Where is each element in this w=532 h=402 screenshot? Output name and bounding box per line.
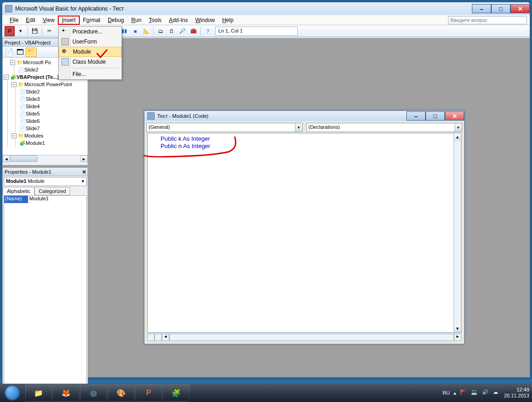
- tab-alphabetic[interactable]: Alphabetic: [3, 187, 34, 195]
- cut-button[interactable]: ✂: [44, 26, 54, 36]
- menu-item-module[interactable]: ✿Module: [59, 47, 122, 57]
- code-bottom-bar: ◄ ►: [147, 334, 461, 341]
- reset-button[interactable]: ■: [130, 26, 140, 36]
- properties-grid[interactable]: (Name) Module1: [4, 195, 87, 402]
- code-maximize-button[interactable]: □: [426, 111, 445, 121]
- tab-categorized[interactable]: Categorized: [34, 187, 70, 195]
- code-titlebar[interactable]: Тест - Module1 (Code) – □ ✕: [144, 111, 464, 121]
- help-search-input[interactable]: [448, 16, 527, 24]
- code-editor[interactable]: Public k As Integer Public n As Integer …: [147, 133, 461, 333]
- menu-edit[interactable]: Edit: [22, 16, 39, 24]
- toggle-folders-button[interactable]: 📁: [26, 48, 37, 57]
- start-button[interactable]: [0, 384, 25, 402]
- insert-dropdown: ✦Procedure... UserForm ✿Module Class Mod…: [58, 26, 122, 80]
- cursor-position: Ln 1, Col 1: [215, 27, 298, 36]
- save-button[interactable]: 💾: [30, 26, 40, 36]
- close-properties-button[interactable]: ✕: [80, 168, 88, 176]
- code-hscroll[interactable]: [169, 334, 454, 341]
- tray-network-icon[interactable]: 💻: [471, 389, 478, 396]
- window-controls: – □ ✕: [472, 4, 530, 13]
- windows-taskbar: 📁 🦊 ◎ 🎨 P 🧩 RU ▴ 🚩 💻 🔊 ☁ 12:49 20.11.201…: [0, 384, 532, 402]
- full-module-view-button[interactable]: [155, 334, 162, 341]
- menu-debug[interactable]: Debug: [104, 16, 127, 24]
- show-hidden-icons[interactable]: ▴: [454, 390, 456, 396]
- tray-flag-icon[interactable]: 🚩: [460, 389, 467, 396]
- menu-item-class-module[interactable]: Class Module: [59, 57, 122, 67]
- task-powerpoint[interactable]: P: [135, 384, 162, 402]
- property-row: (Name) Module1: [4, 196, 86, 203]
- toolbox-button[interactable]: 🧰: [188, 26, 199, 36]
- menu-format[interactable]: Format: [79, 16, 104, 24]
- menu-bar: File Edit View Insert ✦Procedure... User…: [2, 15, 530, 25]
- menu-run[interactable]: Run: [127, 16, 145, 24]
- module-icon: ✿: [62, 48, 69, 55]
- menu-item-procedure[interactable]: ✦Procedure...: [59, 27, 122, 37]
- menu-view[interactable]: View: [39, 16, 58, 24]
- view-code-button[interactable]: 📄: [4, 48, 15, 57]
- tray-cloud-icon[interactable]: ☁: [493, 389, 500, 396]
- view-powerpoint-button[interactable]: P: [5, 26, 15, 36]
- class-module-icon: [61, 58, 69, 66]
- properties-button[interactable]: 🗒: [166, 26, 177, 36]
- view-object-button[interactable]: 🗔: [15, 48, 26, 57]
- code-window-title: Тест - Module1 (Code): [157, 113, 208, 119]
- menu-item-file[interactable]: File...: [59, 69, 122, 79]
- project-explorer-button[interactable]: 🗂: [155, 26, 166, 36]
- mdi-client: Project - VBAProject ✕ 📄 🗔 📁 −📁 Microsof…: [2, 38, 530, 377]
- tray-volume-icon[interactable]: 🔊: [482, 389, 489, 396]
- procedure-view-button[interactable]: [147, 334, 155, 341]
- help-button[interactable]: ?: [203, 26, 213, 36]
- code-close-button[interactable]: ✕: [445, 111, 464, 121]
- menu-insert[interactable]: Insert ✦Procedure... UserForm ✿Module Cl…: [58, 16, 79, 24]
- insert-dropdown-button[interactable]: ▾: [16, 26, 26, 36]
- properties-title: Properties - Module1 ✕: [3, 168, 88, 176]
- property-value[interactable]: Module1: [28, 196, 86, 203]
- object-combo[interactable]: (General)▾: [146, 123, 303, 132]
- task-explorer[interactable]: 📁: [25, 384, 52, 402]
- userform-icon: [61, 38, 69, 45]
- property-name: (Name): [4, 196, 28, 203]
- minimize-button[interactable]: –: [472, 4, 491, 13]
- menu-addins[interactable]: Add-Ins: [165, 16, 191, 24]
- menu-file[interactable]: File: [6, 16, 22, 24]
- properties-pane: Properties - Module1 ✕ Module1 Module ▾ …: [2, 167, 88, 402]
- procedure-icon: ✦: [61, 28, 69, 35]
- object-browser-button[interactable]: 🔎: [177, 26, 188, 36]
- task-paint[interactable]: 🎨: [108, 384, 134, 402]
- maximize-button[interactable]: □: [491, 4, 510, 13]
- task-app1[interactable]: ◎: [80, 384, 107, 402]
- task-app2[interactable]: 🧩: [163, 384, 189, 402]
- app-icon: [5, 5, 12, 12]
- menu-item-userform[interactable]: UserForm: [59, 37, 122, 47]
- design-mode-button[interactable]: 📐: [141, 26, 151, 36]
- close-button[interactable]: ✕: [510, 4, 530, 13]
- procedure-combo[interactable]: (Declarations)▾: [306, 123, 463, 132]
- code-vscroll[interactable]: ▲▼: [454, 133, 461, 332]
- code-window: Тест - Module1 (Code) – □ ✕ (General)▾ (…: [144, 110, 465, 344]
- system-tray: RU ▴ 🚩 💻 🔊 ☁ 12:49 20.11.2013: [443, 387, 532, 399]
- menu-window[interactable]: Window: [192, 16, 219, 24]
- module-icon: [147, 112, 155, 120]
- window-title: Microsoft Visual Basic for Applications …: [15, 6, 124, 12]
- task-firefox[interactable]: 🦊: [53, 384, 79, 402]
- titlebar[interactable]: Microsoft Visual Basic for Applications …: [2, 2, 530, 15]
- object-selector[interactable]: Module1 Module ▾: [4, 177, 87, 186]
- code-minimize-button[interactable]: –: [406, 111, 426, 121]
- menu-tools[interactable]: Tools: [145, 16, 165, 24]
- properties-tabs: Alphabetic Categorized: [3, 187, 88, 195]
- menu-help[interactable]: Help: [218, 16, 237, 24]
- project-hscroll[interactable]: ◄►: [3, 155, 88, 162]
- clock[interactable]: 12:49 20.11.2013: [504, 387, 529, 399]
- vba-window: Microsoft Visual Basic for Applications …: [2, 2, 530, 378]
- language-indicator[interactable]: RU: [443, 390, 450, 396]
